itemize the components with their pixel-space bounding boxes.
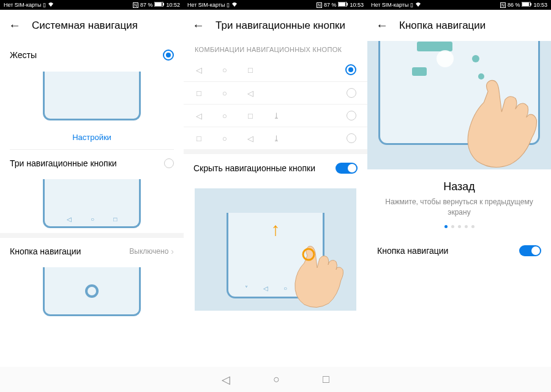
back-glyph-icon: ◁: [246, 134, 255, 143]
home-glyph-icon: ○: [220, 111, 229, 120]
battery-pct: 87 %: [140, 2, 153, 8]
tutorial-title: Назад: [367, 169, 551, 197]
home-glyph-icon: ○: [220, 89, 229, 98]
header: ← Системная навигация: [0, 10, 184, 41]
status-bar: Нет SIM-карты ▯ N 86 % 10:53: [367, 0, 551, 10]
svg-rect-5: [347, 3, 348, 6]
combo-option-4[interactable]: □ ○ ◁ ⤓: [184, 127, 367, 149]
nav-button-label: Кнопка навигации: [10, 246, 81, 256]
tutorial-desc: Нажмите, чтобы вернуться к предыдущему э…: [367, 197, 551, 225]
recents-glyph-icon: □: [195, 134, 203, 143]
tutorial-illustration: [367, 41, 551, 169]
sim-icon: ▯: [227, 2, 230, 8]
radio-selected-icon[interactable]: [163, 50, 174, 61]
dropdown-glyph-icon: ⤓: [272, 111, 280, 120]
back-glyph-icon: ◁: [195, 65, 203, 75]
wifi-icon: [48, 2, 54, 8]
page-title: Кнопка навигации: [399, 20, 485, 32]
nfc-icon: N: [317, 2, 322, 8]
system-nav-bar: ◁ ○ □: [0, 367, 551, 392]
screen-system-navigation: Нет SIM-карты ▯ N 87 % 10:52 ← Системная…: [0, 0, 184, 367]
combo-section-title: КОМБИНАЦИИ НАВИГАЦИОННЫХ КНОПОК: [184, 41, 367, 58]
back-glyph-icon: ◁: [263, 285, 268, 292]
sim-icon: ▯: [43, 2, 46, 8]
radio-selected-icon[interactable]: [345, 64, 356, 75]
combo-option-3[interactable]: ◁ ○ □ ⤓: [184, 105, 367, 127]
dot-icon: [451, 225, 454, 228]
dot-icon: [465, 225, 468, 228]
combo-option-1[interactable]: ◁ ○ □: [184, 58, 367, 82]
option-gestures[interactable]: Жесты: [0, 41, 184, 69]
clock: 10:52: [166, 2, 180, 8]
sim-status: Нет SIM-карты: [187, 2, 225, 8]
recents-glyph-icon: □: [246, 65, 255, 75]
chevron-right-icon: ›: [171, 246, 174, 256]
hand-pointer-icon: [447, 65, 551, 169]
preview-three-buttons: ◁ ○ □: [0, 177, 184, 233]
battery-icon: [154, 2, 164, 8]
back-icon[interactable]: ←: [376, 18, 388, 32]
dot-icon: [471, 225, 474, 228]
option-three-buttons[interactable]: Три навигационные кнопки: [0, 150, 184, 177]
chev-down-icon: ˅: [245, 285, 248, 292]
svg-rect-9: [530, 3, 531, 6]
clock: 10:53: [533, 2, 547, 8]
toggle-on-icon[interactable]: [519, 245, 541, 256]
back-icon[interactable]: ←: [9, 18, 21, 32]
svg-rect-1: [155, 2, 162, 6]
radio-unselected-icon[interactable]: [164, 158, 174, 168]
svg-rect-8: [522, 2, 529, 6]
wifi-icon: [231, 2, 238, 8]
recents-glyph-icon: □: [246, 111, 255, 120]
settings-link[interactable]: Настройки: [0, 125, 184, 149]
hide-nav-toggle-row[interactable]: Скрыть навигационные кнопки: [184, 154, 367, 182]
dot-active-icon: [444, 225, 448, 228]
sim-icon: ▯: [410, 2, 413, 8]
radio-unselected-icon[interactable]: [347, 133, 356, 143]
battery-icon: [338, 2, 348, 8]
preview-nav-button: [0, 265, 184, 321]
header: ← Кнопка навигации: [367, 10, 551, 41]
back-glyph-icon: ◁: [246, 89, 255, 98]
three-buttons-label: Три навигационные кнопки: [10, 158, 117, 168]
preview-gestures: [0, 69, 184, 125]
nfc-icon: N: [500, 2, 506, 8]
option-nav-button[interactable]: Кнопка навигации Выключено ›: [0, 238, 184, 265]
header: ← Три навигационные кнопки: [184, 10, 367, 41]
wifi-icon: [415, 2, 421, 8]
screen-nav-button: Нет SIM-карты ▯ N 86 % 10:53 ← Кнопка на…: [367, 0, 551, 367]
battery-pct: 86 %: [508, 2, 520, 8]
toggle-on-icon[interactable]: [335, 163, 358, 174]
svg-rect-4: [339, 2, 345, 6]
nav-button-status: Выключено: [129, 247, 168, 256]
nav-button-toggle-row[interactable]: Кнопка навигации: [367, 237, 551, 265]
home-glyph-icon: ○: [220, 134, 229, 143]
hide-nav-illustration: ˅ ◁ ○ □ ↑: [195, 188, 356, 311]
recents-glyph-icon: □: [195, 89, 203, 98]
back-glyph-icon: ◁: [67, 216, 72, 223]
home-glyph-icon: ○: [220, 65, 229, 75]
back-icon[interactable]: ←: [192, 18, 204, 32]
sim-status: Нет SIM-карты: [371, 2, 408, 8]
recents-glyph-icon: □: [113, 216, 117, 223]
gestures-label: Жесты: [10, 50, 37, 60]
radio-unselected-icon[interactable]: [347, 88, 356, 98]
nav-back-icon[interactable]: ◁: [222, 373, 230, 386]
hand-pointer-icon: [271, 225, 356, 311]
page-title: Системная навигация: [32, 20, 138, 32]
nav-home-icon[interactable]: ○: [273, 373, 280, 386]
battery-pct: 87 %: [324, 2, 337, 8]
home-glyph-icon: ○: [91, 216, 94, 223]
page-title: Три навигационные кнопки: [216, 20, 345, 32]
battery-icon: [522, 2, 531, 8]
screen-three-buttons: Нет SIM-карты ▯ N 87 % 10:53 ← Три навиг…: [184, 0, 367, 367]
combo-option-2[interactable]: □ ○ ◁: [184, 82, 367, 105]
page-indicator: [367, 225, 551, 237]
hide-nav-label: Скрыть навигационные кнопки: [193, 163, 315, 173]
radio-unselected-icon[interactable]: [347, 111, 356, 120]
back-glyph-icon: ◁: [195, 111, 203, 120]
nav-recents-icon[interactable]: □: [323, 373, 329, 386]
dropdown-glyph-icon: ⤓: [272, 134, 280, 143]
nav-button-toggle-label: Кнопка навигации: [377, 246, 448, 256]
nfc-icon: N: [133, 2, 138, 8]
